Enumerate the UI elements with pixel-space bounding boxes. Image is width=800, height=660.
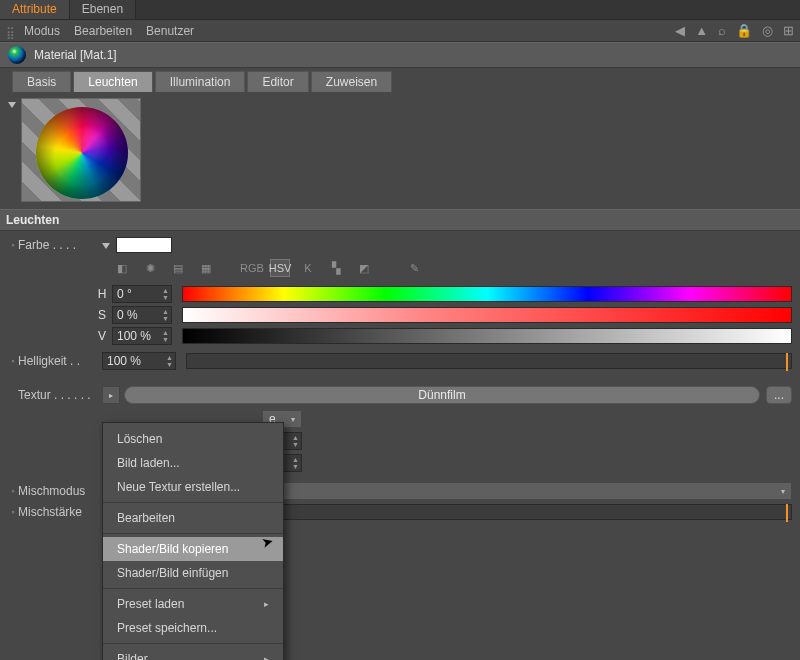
grip-icon: ⣿ bbox=[6, 26, 16, 36]
channel-tabs: Basis Leuchten Illumination Editor Zuwei… bbox=[0, 68, 800, 92]
tab-attribute[interactable]: Attribute bbox=[0, 0, 70, 19]
slider-val[interactable] bbox=[182, 328, 792, 344]
back-icon[interactable]: ◀ bbox=[675, 23, 685, 38]
anim-marker-icon[interactable]: ◦ bbox=[8, 486, 18, 496]
chan-illumination[interactable]: Illumination bbox=[155, 71, 246, 92]
textur-context-menu: Löschen Bild laden... Neue Textur erstel… bbox=[102, 422, 284, 660]
pencil-icon[interactable]: ✎ bbox=[404, 259, 424, 277]
mi-bilder[interactable]: Bilder▸ bbox=[103, 647, 283, 660]
textur-menu-button[interactable]: ▸ bbox=[102, 386, 120, 404]
material-icon bbox=[8, 46, 26, 64]
mi-loeschen[interactable]: Löschen bbox=[103, 427, 283, 451]
picker-icon[interactable]: ◩ bbox=[354, 259, 374, 277]
mi-preset-speichern[interactable]: Preset speichern... bbox=[103, 616, 283, 640]
anim-marker-icon[interactable]: ◦ bbox=[8, 507, 18, 517]
label-v: V bbox=[92, 329, 112, 343]
chevron-right-icon: ▸ bbox=[264, 599, 269, 609]
menu-modus[interactable]: Modus bbox=[24, 24, 60, 38]
rgb-mode[interactable]: RGB bbox=[242, 259, 262, 277]
preview-collapse-icon[interactable] bbox=[8, 102, 16, 108]
mi-bild-laden[interactable]: Bild laden... bbox=[103, 451, 283, 475]
color-swatch[interactable] bbox=[116, 237, 172, 253]
add-icon[interactable]: ⊞ bbox=[783, 23, 794, 38]
lock-icon[interactable]: 🔒 bbox=[736, 23, 752, 38]
chan-basis[interactable]: Basis bbox=[12, 71, 71, 92]
hsv-group: H 0 °▲▼ S 0 %▲▼ V 100 %▲▼ bbox=[92, 284, 792, 346]
swatches-icon[interactable]: ▤ bbox=[168, 259, 188, 277]
menu-separator bbox=[103, 643, 283, 644]
material-title: Material [Mat.1] bbox=[34, 48, 117, 62]
mi-neue-textur[interactable]: Neue Textur erstellen... bbox=[103, 475, 283, 499]
anim-marker-icon[interactable]: ◦ bbox=[8, 240, 18, 250]
mi-preset-laden[interactable]: Preset laden▸ bbox=[103, 592, 283, 616]
label-s: S bbox=[92, 308, 112, 322]
row-helligkeit: ◦ Helligkeit . . 100 %▲▼ bbox=[8, 350, 792, 372]
preview-area bbox=[0, 92, 800, 209]
input-hue[interactable]: 0 °▲▼ bbox=[112, 285, 172, 303]
up-icon[interactable]: ▲ bbox=[695, 23, 708, 38]
search-icon[interactable]: ⌕ bbox=[718, 23, 726, 38]
slider-hue[interactable] bbox=[182, 286, 792, 302]
input-sat[interactable]: 0 %▲▼ bbox=[112, 306, 172, 324]
slider-sat[interactable] bbox=[182, 307, 792, 323]
label-h: H bbox=[92, 287, 112, 301]
mi-shader-kopieren[interactable]: Shader/Bild kopieren bbox=[103, 537, 283, 561]
input-val[interactable]: 100 %▲▼ bbox=[112, 327, 172, 345]
section-leuchten: Leuchten bbox=[0, 209, 800, 231]
row-hue: H 0 °▲▼ bbox=[92, 284, 792, 304]
row-sat: S 0 %▲▼ bbox=[92, 305, 792, 325]
slider-helligkeit[interactable] bbox=[186, 353, 792, 369]
eyedropper-icon[interactable]: ◧ bbox=[112, 259, 132, 277]
chan-editor[interactable]: Editor bbox=[247, 71, 308, 92]
chan-zuweisen[interactable]: Zuweisen bbox=[311, 71, 392, 92]
mi-shader-einfuegen[interactable]: Shader/Bild einfügen bbox=[103, 561, 283, 585]
chan-leuchten[interactable]: Leuchten bbox=[73, 71, 152, 92]
menu-bearbeiten[interactable]: Bearbeiten bbox=[74, 24, 132, 38]
kelvin-mode[interactable]: K bbox=[298, 259, 318, 277]
row-val: V 100 %▲▼ bbox=[92, 326, 792, 346]
mi-bearbeiten[interactable]: Bearbeiten bbox=[103, 506, 283, 530]
label-helligkeit: Helligkeit . . bbox=[18, 354, 102, 368]
image-icon[interactable]: ▦ bbox=[196, 259, 216, 277]
label-textur: Textur . . . . . . bbox=[18, 388, 102, 402]
chevron-right-icon: ▸ bbox=[264, 654, 269, 660]
input-helligkeit[interactable]: 100 %▲▼ bbox=[102, 352, 176, 370]
menu-separator bbox=[103, 502, 283, 503]
shader-sphere-icon bbox=[36, 107, 128, 199]
menu-benutzer[interactable]: Benutzer bbox=[146, 24, 194, 38]
new-icon[interactable]: ◎ bbox=[762, 23, 773, 38]
menu-separator bbox=[103, 588, 283, 589]
farbe-collapse-icon[interactable] bbox=[102, 243, 110, 249]
panel-tabstrip: Attribute Ebenen bbox=[0, 0, 800, 20]
shader-preview[interactable] bbox=[21, 98, 141, 202]
textur-browse-button[interactable]: ... bbox=[766, 386, 792, 404]
label-mischstaerke: Mischstärke bbox=[18, 505, 102, 519]
hsv-mode[interactable]: HSV bbox=[270, 259, 290, 277]
label-mischmodus: Mischmodus bbox=[18, 484, 102, 498]
tab-ebenen[interactable]: Ebenen bbox=[70, 0, 136, 19]
color-mode-icons: ◧ ✺ ▤ ▦ RGB HSV K ▚ ◩ ✎ bbox=[112, 255, 792, 283]
anim-marker-icon[interactable]: ◦ bbox=[8, 356, 18, 366]
row-textur: Textur . . . . . . ▸ Dünnfilm ... bbox=[8, 384, 792, 406]
attribute-menubar: ⣿ Modus Bearbeiten Benutzer ◀ ▲ ⌕ 🔒 ◎ ⊞ bbox=[0, 20, 800, 42]
mixer-icon[interactable]: ▚ bbox=[326, 259, 346, 277]
material-title-bar: Material [Mat.1] bbox=[0, 42, 800, 68]
label-farbe: Farbe . . . . bbox=[18, 238, 102, 252]
textur-shader-button[interactable]: Dünnfilm bbox=[124, 386, 760, 404]
row-farbe: ◦ Farbe . . . . bbox=[8, 235, 792, 255]
color-wheel-icon[interactable]: ✺ bbox=[140, 259, 160, 277]
menu-separator bbox=[103, 533, 283, 534]
